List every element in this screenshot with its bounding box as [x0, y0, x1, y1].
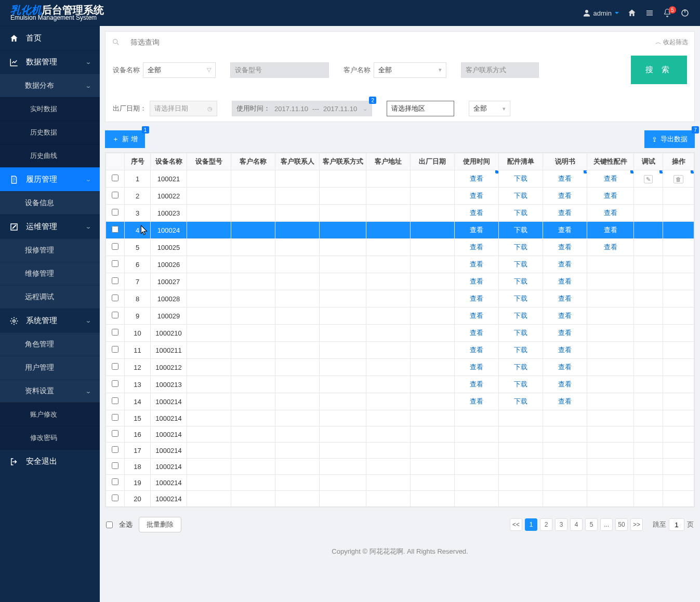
- user-menu[interactable]: admin: [582, 8, 619, 18]
- page-button[interactable]: 1: [525, 518, 537, 531]
- view-key-link[interactable]: 查看: [558, 397, 572, 405]
- view-parts-link[interactable]: 查看: [470, 209, 483, 217]
- page-button[interactable]: <<: [510, 518, 522, 531]
- download-manual-link[interactable]: 下载: [514, 397, 527, 405]
- view-key-link[interactable]: 查看: [558, 295, 572, 302]
- row-checkbox[interactable]: [112, 209, 118, 216]
- row-checkbox[interactable]: [112, 175, 118, 181]
- view-parts-link[interactable]: 查看: [470, 363, 483, 371]
- scope-filter[interactable]: 全部▾: [469, 101, 510, 116]
- view-parts-link[interactable]: 查看: [470, 329, 483, 337]
- view-parts-link[interactable]: 查看: [470, 397, 483, 405]
- row-checkbox[interactable]: [112, 295, 118, 301]
- use-date-filter[interactable]: 使用时间： 2017.11.10 --- 2017.11.10 ⌄ 2: [232, 101, 372, 116]
- view-key-link[interactable]: 查看: [558, 363, 572, 371]
- row-checkbox[interactable]: [112, 462, 118, 469]
- download-manual-link[interactable]: 下载: [514, 295, 527, 302]
- sidebar-item[interactable]: 历史曲线: [0, 144, 100, 167]
- row-checkbox[interactable]: [112, 478, 118, 485]
- row-checkbox[interactable]: [112, 397, 118, 404]
- region-filter[interactable]: 请选择地区: [387, 101, 454, 116]
- delete-icon[interactable]: 🗑: [673, 175, 683, 183]
- row-checkbox[interactable]: [112, 192, 118, 198]
- view-key-link[interactable]: 查看: [558, 209, 572, 217]
- download-manual-link[interactable]: 下载: [514, 363, 527, 371]
- sidebar-item[interactable]: 运维管理⌄: [0, 215, 100, 238]
- download-manual-link[interactable]: 下载: [514, 329, 527, 337]
- sidebar-item[interactable]: 系统管理⌄: [0, 309, 100, 332]
- view-key-link[interactable]: 查看: [558, 277, 572, 285]
- row-checkbox[interactable]: [112, 430, 118, 437]
- sidebar-item[interactable]: 维修管理: [0, 262, 100, 285]
- row-checkbox[interactable]: [112, 346, 118, 353]
- view-key-link[interactable]: 查看: [558, 175, 572, 182]
- row-checkbox[interactable]: [112, 494, 118, 501]
- download-manual-link[interactable]: 下载: [514, 226, 527, 234]
- sidebar-item[interactable]: 历史数据: [0, 121, 100, 144]
- view-parts-link[interactable]: 查看: [470, 346, 483, 354]
- menu-button[interactable]: [645, 8, 654, 18]
- view-parts-link[interactable]: 查看: [470, 295, 483, 302]
- page-button[interactable]: 5: [585, 518, 598, 531]
- sidebar-item[interactable]: 报修管理: [0, 238, 100, 262]
- view-parts-link[interactable]: 查看: [470, 312, 483, 319]
- collapse-filter-toggle[interactable]: ︿ 收起筛选: [655, 38, 688, 47]
- download-manual-link[interactable]: 下载: [514, 312, 527, 319]
- view-debug-link[interactable]: 查看: [604, 175, 617, 182]
- sidebar-item[interactable]: 实时数据: [0, 97, 100, 121]
- home-button[interactable]: [627, 8, 637, 18]
- page-button[interactable]: 4: [570, 518, 583, 531]
- sidebar-item[interactable]: 角色管理: [0, 332, 100, 356]
- notifications-button[interactable]: 5: [663, 8, 672, 18]
- select-all-checkbox[interactable]: [106, 521, 113, 528]
- customer-filter[interactable]: 客户名称 全部▾: [344, 62, 446, 78]
- sidebar-item[interactable]: 履历管理⌄: [0, 167, 100, 191]
- sidebar-item[interactable]: 用户管理: [0, 356, 100, 379]
- row-checkbox[interactable]: [112, 312, 118, 318]
- view-parts-link[interactable]: 查看: [470, 277, 483, 285]
- download-manual-link[interactable]: 下载: [514, 209, 527, 217]
- view-key-link[interactable]: 查看: [558, 380, 572, 388]
- search-button[interactable]: 搜 索: [631, 56, 687, 84]
- export-button[interactable]: ⇪导出数据 7: [644, 130, 695, 148]
- row-checkbox[interactable]: [112, 446, 118, 453]
- page-button[interactable]: >>: [630, 518, 643, 531]
- sidebar-item[interactable]: 安全退出: [0, 449, 100, 473]
- page-button[interactable]: 50: [615, 518, 628, 531]
- sidebar-item[interactable]: 资料设置⌄: [0, 379, 100, 403]
- row-checkbox[interactable]: [112, 414, 118, 421]
- edit-icon[interactable]: ✎: [644, 175, 653, 183]
- view-key-link[interactable]: 查看: [558, 346, 572, 354]
- view-key-link[interactable]: 查看: [558, 260, 572, 268]
- row-checkbox[interactable]: [112, 226, 118, 233]
- jump-page-input[interactable]: [669, 518, 684, 531]
- download-manual-link[interactable]: 下载: [514, 380, 527, 388]
- add-button[interactable]: ＋新 增 1: [105, 130, 145, 148]
- download-manual-link[interactable]: 下载: [514, 175, 527, 182]
- page-button[interactable]: ...: [600, 518, 613, 531]
- row-checkbox[interactable]: [112, 380, 118, 387]
- download-manual-link[interactable]: 下载: [514, 192, 527, 199]
- sidebar-item[interactable]: 修改密码: [0, 426, 100, 449]
- view-debug-link[interactable]: 查看: [604, 226, 617, 234]
- row-checkbox[interactable]: [112, 260, 118, 267]
- row-checkbox[interactable]: [112, 329, 118, 336]
- view-key-link[interactable]: 查看: [558, 226, 572, 234]
- view-parts-link[interactable]: 查看: [470, 380, 483, 388]
- view-parts-link[interactable]: 查看: [470, 175, 483, 182]
- row-checkbox[interactable]: [112, 363, 118, 370]
- sidebar-item[interactable]: 数据分布⌄: [0, 74, 100, 97]
- view-key-link[interactable]: 查看: [558, 243, 572, 251]
- row-checkbox[interactable]: [112, 243, 118, 250]
- sidebar-item[interactable]: 设备信息: [0, 191, 100, 215]
- sidebar-item[interactable]: 远程调试: [0, 285, 100, 309]
- view-parts-link[interactable]: 查看: [470, 260, 483, 268]
- page-button[interactable]: 2: [540, 518, 552, 531]
- view-key-link[interactable]: 查看: [558, 312, 572, 319]
- view-key-link[interactable]: 查看: [558, 329, 572, 337]
- sidebar-item[interactable]: 首页: [0, 26, 100, 50]
- row-checkbox[interactable]: [112, 277, 118, 284]
- view-parts-link[interactable]: 查看: [470, 243, 483, 251]
- device-name-filter[interactable]: 设备名称 全部▽: [113, 62, 216, 78]
- download-manual-link[interactable]: 下载: [514, 346, 527, 354]
